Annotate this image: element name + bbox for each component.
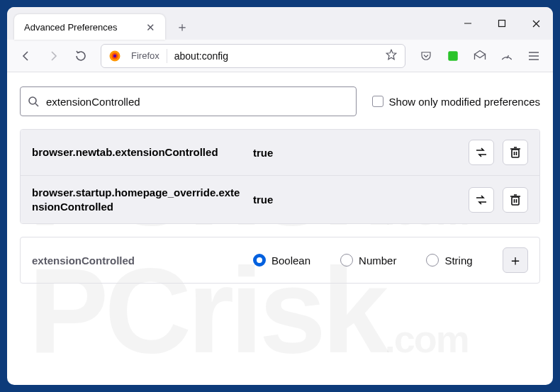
toggle-button[interactable] <box>469 140 494 165</box>
close-tab-icon[interactable]: ✕ <box>146 22 155 33</box>
svg-rect-1 <box>499 21 505 27</box>
tab-title: Advanced Preferences <box>24 22 118 33</box>
firefox-icon <box>108 50 121 62</box>
pref-name: browser.startup.homepage_override.extens… <box>32 186 245 213</box>
pref-value: true <box>253 194 460 206</box>
url-bar[interactable]: Firefox about:config <box>101 44 405 68</box>
extension-icon[interactable] <box>441 44 465 68</box>
add-button[interactable]: ＋ <box>503 247 528 273</box>
delete-button[interactable] <box>503 187 528 213</box>
back-button[interactable] <box>14 44 38 68</box>
radio-string[interactable]: String <box>426 254 472 267</box>
search-value: extensionControlled <box>46 96 140 108</box>
radio-icon <box>253 254 266 267</box>
radio-icon <box>426 254 439 267</box>
svg-point-6 <box>113 54 117 57</box>
radio-boolean[interactable]: Boolean <box>253 254 310 267</box>
svg-line-14 <box>35 103 38 106</box>
reload-button[interactable] <box>68 44 92 68</box>
show-modified-checkbox[interactable]: Show only modified preferences <box>372 96 540 108</box>
bookmark-star-icon[interactable] <box>385 48 398 64</box>
toolbar: Firefox about:config <box>7 40 553 72</box>
browser-tab[interactable]: Advanced Preferences ✕ <box>14 14 165 40</box>
search-input[interactable]: extensionControlled <box>20 86 357 116</box>
search-row: extensionControlled Show only modified p… <box>20 86 540 116</box>
pref-row[interactable]: browser.newtab.extensionControlled true <box>21 130 539 175</box>
type-radios: Boolean Number String <box>253 254 494 267</box>
svg-point-13 <box>29 97 36 104</box>
delete-button[interactable] <box>503 140 528 165</box>
svg-rect-15 <box>512 150 519 157</box>
pref-name: browser.newtab.extensionControlled <box>32 145 245 159</box>
radio-number[interactable]: Number <box>340 254 396 267</box>
pref-row[interactable]: browser.startup.homepage_override.extens… <box>21 175 539 223</box>
new-pref-name: extensionControlled <box>32 254 245 267</box>
minimize-button[interactable] <box>451 7 485 40</box>
new-tab-button[interactable]: ＋ <box>171 16 194 38</box>
checkbox-label: Show only modified preferences <box>389 96 540 108</box>
dashboard-icon[interactable] <box>495 44 519 68</box>
window-controls <box>451 7 553 40</box>
forward-button[interactable] <box>41 44 65 68</box>
maximize-button[interactable] <box>485 7 519 40</box>
mail-icon[interactable] <box>468 44 492 68</box>
url-text: about:config <box>174 50 228 62</box>
radio-icon <box>340 254 353 267</box>
urlbar-brand: Firefox <box>131 50 159 61</box>
content-area: PCrisk.com PCrisk.com extensionControlle… <box>7 72 553 385</box>
pref-table: browser.newtab.extensionControlled true … <box>20 129 540 224</box>
toggle-button[interactable] <box>469 187 494 213</box>
pref-value: true <box>253 147 460 159</box>
menu-icon[interactable] <box>522 44 546 68</box>
new-pref-row: extensionControlled Boolean Number Strin… <box>20 237 540 284</box>
titlebar: Advanced Preferences ✕ ＋ <box>7 7 553 40</box>
svg-rect-8 <box>448 51 458 61</box>
pocket-icon[interactable] <box>414 44 438 68</box>
svg-marker-7 <box>386 50 396 60</box>
close-window-button[interactable] <box>519 7 553 40</box>
urlbar-divider <box>167 49 167 63</box>
checkbox-icon[interactable] <box>372 96 383 107</box>
svg-rect-20 <box>512 197 519 205</box>
